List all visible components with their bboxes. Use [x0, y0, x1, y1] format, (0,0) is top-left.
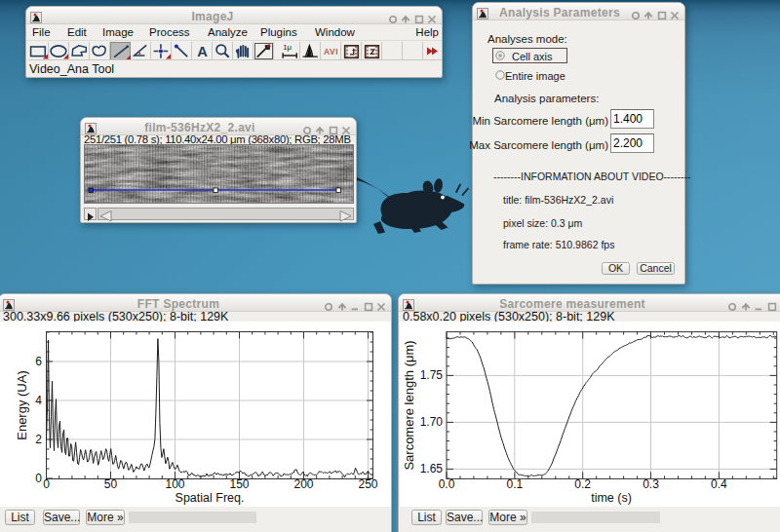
svg-text:250: 250: [358, 477, 377, 491]
svg-text:100: 100: [165, 477, 184, 491]
svg-text:1.70: 1.70: [420, 415, 444, 429]
svg-text:0.1: 0.1: [506, 477, 523, 491]
svg-text:0: 0: [35, 472, 42, 485]
svg-text:A: A: [197, 44, 208, 59]
svg-text:0.2: 0.2: [574, 477, 591, 491]
svg-text:2: 2: [35, 433, 42, 446]
svg-text:Energy (UA): Energy (UA): [15, 370, 29, 440]
svg-text:time (s): time (s): [591, 491, 632, 505]
svg-text:AVI: AVI: [323, 47, 337, 57]
svg-text:Spatial Freq.: Spatial Freq.: [176, 491, 245, 505]
svg-text:0.0: 0.0: [439, 477, 455, 491]
svg-text:50: 50: [104, 477, 118, 491]
svg-text:1.75: 1.75: [420, 368, 444, 382]
svg-text:6: 6: [35, 355, 42, 368]
svg-text:0.3: 0.3: [643, 477, 659, 491]
svg-text:200: 200: [293, 477, 313, 491]
svg-text:0.4: 0.4: [711, 477, 727, 491]
svg-text:1.65: 1.65: [420, 462, 444, 475]
svg-text:Sarcomere length (μm): Sarcomere length (μm): [402, 340, 416, 470]
svg-text:0: 0: [43, 477, 50, 491]
svg-text:1μ: 1μ: [283, 43, 292, 52]
svg-text:4: 4: [35, 394, 42, 407]
svg-text:150: 150: [229, 477, 249, 491]
